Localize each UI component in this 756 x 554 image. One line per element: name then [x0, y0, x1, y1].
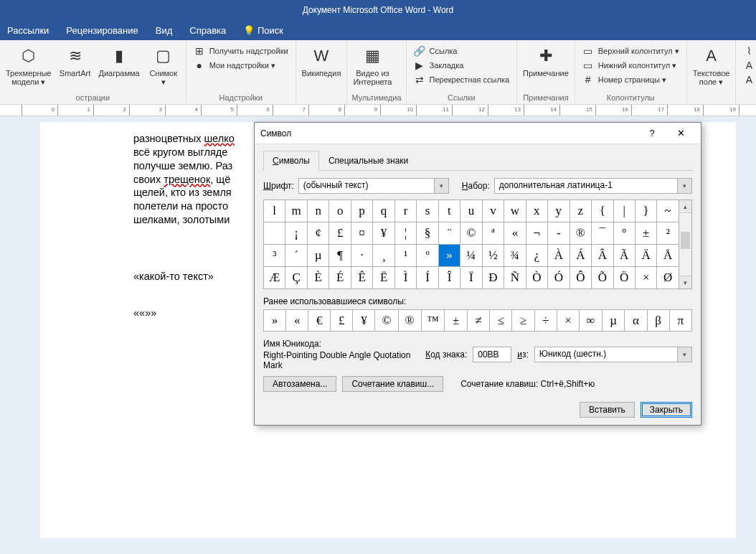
code-input[interactable] [473, 347, 511, 362]
insert-button[interactable]: Вставить [580, 402, 635, 418]
char-cell[interactable]: ¦ [394, 222, 416, 245]
recent-char-cell[interactable]: ± [445, 310, 467, 332]
scroll-up-icon[interactable]: ▴ [679, 200, 691, 213]
char-cell[interactable]: m [285, 200, 307, 222]
recent-char-cell[interactable]: © [375, 310, 398, 332]
char-cell[interactable]: Ê [351, 267, 372, 289]
ribbon-button[interactable]: AW [740, 59, 756, 72]
ribbon-button[interactable]: ✚Примечание [521, 44, 570, 78]
char-cell[interactable]: ¨ [438, 222, 460, 245]
menu-item[interactable]: Рецензирование [66, 25, 138, 36]
char-cell[interactable]: Ø [657, 267, 679, 289]
char-cell[interactable]: ¶ [329, 245, 351, 267]
dialog-titlebar[interactable]: Символ ? ✕ [255, 123, 701, 144]
char-cell[interactable]: r [394, 200, 416, 222]
recent-char-cell[interactable]: ∞ [580, 310, 603, 332]
recent-char-cell[interactable]: € [308, 310, 331, 332]
char-cell[interactable]: x [526, 200, 547, 222]
recent-char-cell[interactable]: ÷ [534, 310, 557, 332]
ribbon-button[interactable]: ●Мои надстройки ▾ [191, 59, 291, 72]
char-cell[interactable]: É [329, 267, 351, 289]
ribbon-button[interactable]: ⌇Эк [740, 44, 756, 57]
char-cell[interactable]: } [635, 200, 656, 222]
char-cell[interactable]: ° [613, 222, 635, 245]
char-cell[interactable]: À [548, 245, 570, 267]
character-grid[interactable]: lmnopqrstuvwxyz{|}~¡¢£¤¥¦§¨©ª«¬-®¯°±²³´µ… [263, 199, 679, 289]
char-cell[interactable]: Ô [570, 267, 591, 289]
recent-char-cell[interactable]: » [264, 310, 286, 332]
char-cell[interactable]: Ö [613, 267, 635, 289]
recent-symbols-grid[interactable]: »«€£¥©®™±≠≤≥÷×∞µαβπ [263, 309, 692, 332]
char-cell[interactable]: × [635, 267, 656, 289]
shortcut-key-button[interactable]: Сочетание клавиш... [342, 376, 443, 392]
char-cell[interactable]: Õ [592, 267, 613, 289]
ribbon-button[interactable]: ⊞Получить надстройки [191, 44, 291, 57]
char-cell[interactable]: l [264, 200, 285, 222]
grid-scrollbar[interactable]: ▴ ▾ [679, 199, 692, 289]
char-cell[interactable]: Í [417, 267, 438, 289]
ribbon-button[interactable]: ▶Закладка [411, 59, 513, 72]
recent-char-cell[interactable]: π [669, 310, 691, 332]
ribbon-button[interactable]: 🔗Ссылка [411, 44, 513, 57]
char-cell[interactable]: · [351, 245, 372, 267]
char-cell[interactable]: ¹ [394, 245, 416, 267]
char-cell[interactable]: Ã [613, 245, 635, 267]
char-cell[interactable]: ¼ [460, 245, 482, 267]
char-cell[interactable]: ¯ [592, 222, 613, 245]
autocorrect-button[interactable]: Автозамена... [263, 376, 336, 392]
char-cell[interactable]: n [307, 200, 329, 222]
menu-item[interactable]: Справка [189, 25, 226, 36]
recent-char-cell[interactable]: ≤ [489, 310, 511, 332]
char-cell[interactable]: ¥ [373, 222, 394, 245]
ribbon-button[interactable]: ▮Диаграмма [98, 44, 141, 78]
from-select[interactable]: Юникод (шестн.) ▾ [534, 347, 692, 362]
ribbon-button[interactable]: ▭Нижний колонтитул ▾ [580, 59, 682, 72]
menu-search[interactable]: 💡 Поиск [243, 25, 283, 36]
char-cell[interactable]: z [570, 200, 591, 222]
char-cell[interactable]: Ç [285, 267, 307, 289]
char-cell[interactable]: v [482, 200, 504, 222]
char-cell[interactable]: ¾ [504, 245, 526, 267]
ribbon-button[interactable]: ⬡Трехмерныемодели ▾ [4, 44, 53, 86]
char-cell[interactable]: ¬ [526, 222, 547, 245]
char-cell[interactable]: s [417, 200, 438, 222]
char-cell[interactable]: y [548, 200, 570, 222]
char-cell[interactable] [264, 222, 285, 245]
ribbon-button[interactable]: ▦Видео изИнтернета [351, 44, 393, 86]
char-cell[interactable]: ± [635, 222, 656, 245]
char-cell[interactable]: ¤ [351, 222, 372, 245]
char-cell[interactable]: ´ [285, 245, 307, 267]
char-cell[interactable]: u [460, 200, 482, 222]
horizontal-ruler[interactable]: 0123456789101112131415161718192021 [0, 105, 756, 116]
recent-char-cell[interactable]: ® [398, 310, 421, 332]
char-cell[interactable]: Ð [482, 267, 504, 289]
recent-char-cell[interactable]: ¥ [353, 310, 375, 332]
char-cell[interactable]: Ä [635, 245, 656, 267]
char-cell[interactable]: Ë [373, 267, 394, 289]
char-cell[interactable]: ¿ [526, 245, 547, 267]
recent-char-cell[interactable]: « [286, 310, 308, 332]
menu-item[interactable]: Рассылки [7, 25, 49, 36]
menu-item[interactable]: Вид [156, 25, 173, 36]
char-cell[interactable]: ³ [264, 245, 285, 267]
recent-char-cell[interactable]: µ [603, 310, 625, 332]
char-cell[interactable]: | [613, 200, 635, 222]
char-cell[interactable]: Ï [460, 267, 482, 289]
char-cell[interactable]: µ [307, 245, 329, 267]
close-button[interactable]: Закрыть [641, 402, 692, 418]
char-cell[interactable]: Ó [548, 267, 570, 289]
help-icon[interactable]: ? [638, 123, 666, 144]
char-cell[interactable]: p [351, 200, 372, 222]
recent-char-cell[interactable]: ≠ [467, 310, 489, 332]
ribbon-button[interactable]: ⇄Перекрестная ссылка [411, 73, 513, 86]
char-cell[interactable]: ~ [657, 200, 679, 222]
char-cell[interactable]: t [438, 200, 460, 222]
ribbon-button[interactable]: ≋SmartArt [57, 44, 93, 78]
char-cell[interactable]: w [504, 200, 526, 222]
char-cell[interactable]: Á [570, 245, 591, 267]
scroll-down-icon[interactable]: ▾ [679, 276, 691, 288]
scroll-thumb[interactable] [681, 232, 690, 249]
char-cell[interactable]: Â [592, 245, 613, 267]
tab-special-chars[interactable]: Специальные знаки [319, 151, 417, 171]
char-cell[interactable]: » [438, 245, 460, 267]
